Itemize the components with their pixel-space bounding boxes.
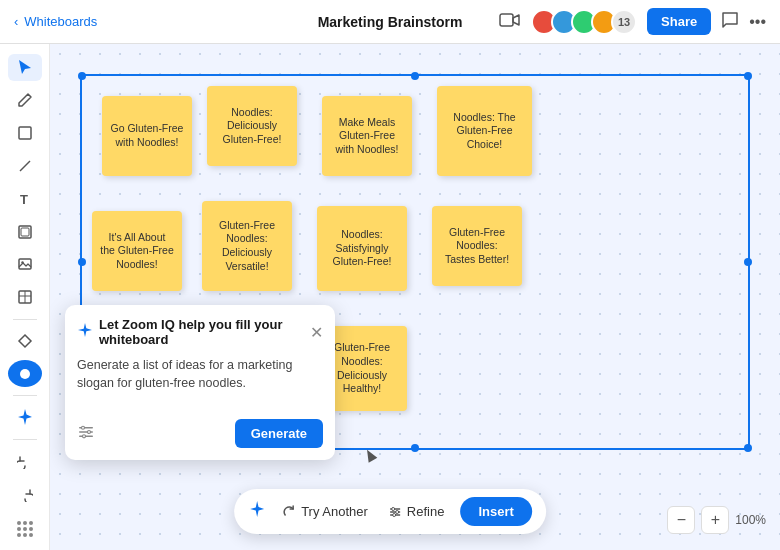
svg-point-17 <box>83 434 86 437</box>
line-tool[interactable] <box>8 152 42 179</box>
ai-tool[interactable] <box>8 404 42 431</box>
sticky-note[interactable]: Noodles: The Gluten-Free Choice! <box>437 86 532 176</box>
topbar-right: 13 Share ••• <box>499 8 766 35</box>
redo-button[interactable] <box>8 480 42 507</box>
selection-handle-mr <box>744 258 752 266</box>
image-tool[interactable] <box>8 251 42 278</box>
refine-button[interactable]: Refine <box>380 500 453 523</box>
toolbar-divider <box>13 319 37 320</box>
text-tool[interactable]: T <box>8 185 42 212</box>
sticky-note[interactable]: Go Gluten-Free with Noodles! <box>102 96 192 176</box>
bottom-action-bar: Try Another Refine Insert <box>234 489 546 534</box>
zoom-controls: − + 100% <box>667 506 766 534</box>
avatars: 13 <box>531 9 637 35</box>
table-tool[interactable] <box>8 284 42 311</box>
toolbar-divider-3 <box>13 439 37 440</box>
whiteboards-link[interactable]: Whiteboards <box>24 14 97 29</box>
undo-button[interactable] <box>8 448 42 475</box>
ai-generate-button[interactable]: Generate <box>235 419 323 448</box>
participant-count: 13 <box>611 9 637 35</box>
zoom-in-button[interactable]: + <box>701 506 729 534</box>
topbar: ‹ Whiteboards Marketing Brainstorm 13 Sh… <box>0 0 780 44</box>
ai-panel: Let Zoom IQ help you fill your whiteboar… <box>65 305 335 460</box>
ai-sparkle-icon <box>77 322 93 342</box>
svg-line-2 <box>20 161 30 171</box>
selection-handle-tr <box>744 72 752 80</box>
shape-tool[interactable] <box>8 120 42 147</box>
topbar-left: ‹ Whiteboards <box>14 14 97 29</box>
share-button[interactable]: Share <box>647 8 711 35</box>
sticky-note[interactable]: Gluten-Free Noodles: Deliciously Versati… <box>202 201 292 291</box>
chat-icon[interactable] <box>721 11 739 33</box>
ai-settings-icon[interactable] <box>77 423 95 445</box>
try-another-button[interactable]: Try Another <box>274 500 376 523</box>
pen-tool[interactable] <box>8 87 42 114</box>
svg-point-22 <box>395 510 398 513</box>
sticky-note[interactable]: Make Meals Gluten-Free with Noodles! <box>322 96 412 176</box>
sticky-note[interactable]: Noodles: Deliciously Gluten-Free! <box>207 86 297 166</box>
apps-button[interactable] <box>8 513 42 540</box>
selection-handle-tl <box>78 72 86 80</box>
svg-rect-0 <box>500 14 513 26</box>
page-title: Marketing Brainstorm <box>318 14 463 30</box>
video-icon[interactable] <box>499 12 521 32</box>
svg-point-23 <box>392 513 395 516</box>
dots-grid-icon <box>17 521 33 537</box>
sticky-note[interactable]: It's All About the Gluten-Free Noodles! <box>92 211 182 291</box>
svg-point-11 <box>20 369 30 379</box>
ai-panel-title: Let Zoom IQ help you fill your whiteboar… <box>77 317 310 347</box>
ai-prompt-input[interactable] <box>77 357 323 407</box>
selection-handle-tm <box>411 72 419 80</box>
svg-point-21 <box>391 507 394 510</box>
frame-tool[interactable] <box>8 218 42 245</box>
svg-rect-6 <box>19 259 31 269</box>
select-tool[interactable] <box>8 54 42 81</box>
more-options-icon[interactable]: ••• <box>749 13 766 31</box>
ai-panel-close-button[interactable]: ✕ <box>310 323 323 342</box>
bottom-sparkle-icon <box>248 500 266 523</box>
svg-rect-5 <box>21 228 29 236</box>
diamond-tool[interactable] <box>8 327 42 354</box>
canvas-area[interactable]: Go Gluten-Free with Noodles! Noodles: De… <box>50 44 780 550</box>
selection-handle-br <box>744 444 752 452</box>
ai-panel-footer: Generate <box>77 419 323 448</box>
sticky-note[interactable]: Gluten-Free Noodles: Tastes Better! <box>432 206 522 286</box>
svg-rect-1 <box>19 127 31 139</box>
zoom-level: 100% <box>735 513 766 527</box>
svg-text:T: T <box>20 192 28 207</box>
selection-handle-bm <box>411 444 419 452</box>
sticky-note[interactable]: Noodles: Satisfyingly Gluten-Free! <box>317 206 407 291</box>
toolbar-divider-2 <box>13 395 37 396</box>
insert-button[interactable]: Insert <box>460 497 531 526</box>
left-toolbar: T <box>0 44 50 550</box>
zoom-out-button[interactable]: − <box>667 506 695 534</box>
ai-panel-header: Let Zoom IQ help you fill your whiteboar… <box>77 317 323 347</box>
back-button[interactable]: ‹ <box>14 14 18 29</box>
svg-point-15 <box>82 426 85 429</box>
svg-point-16 <box>88 430 91 433</box>
circle-tool[interactable] <box>8 360 42 387</box>
selection-handle-ml <box>78 258 86 266</box>
